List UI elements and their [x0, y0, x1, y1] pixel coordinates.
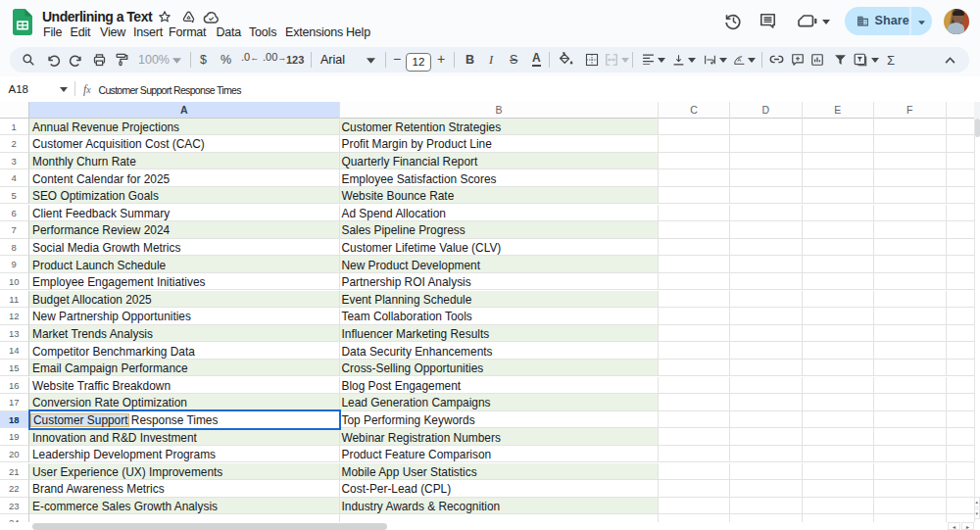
svg-text:A: A: [737, 57, 741, 63]
